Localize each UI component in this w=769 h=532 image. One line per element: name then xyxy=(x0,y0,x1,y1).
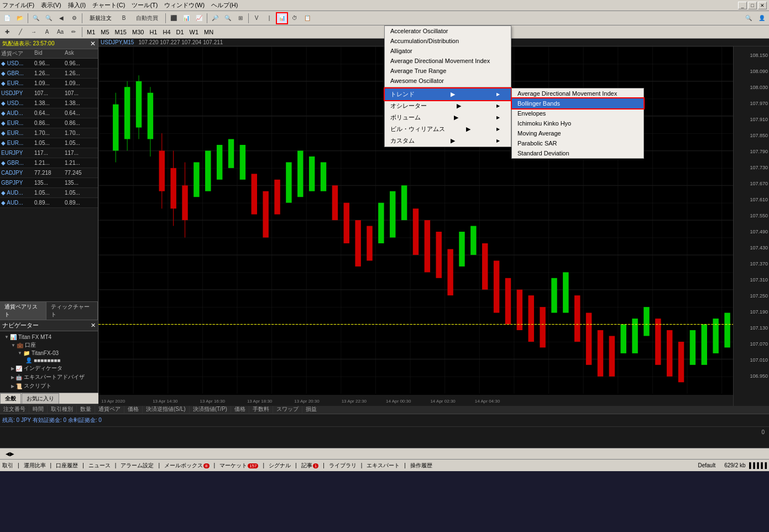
currency-row[interactable]: ◆ EUR... 1.05... 1.05... xyxy=(0,138,98,148)
zoom-in2-btn[interactable]: 🔎 xyxy=(209,12,221,24)
tf-w1[interactable]: W1 xyxy=(187,29,201,35)
tf-m30[interactable]: M30 xyxy=(130,29,146,35)
menu-item-alligator[interactable]: Alligator xyxy=(385,46,511,56)
indicator-btn[interactable]: 📊 xyxy=(276,12,288,24)
new-order-btn[interactable]: 新規注文 xyxy=(84,12,117,24)
text-btn[interactable]: A xyxy=(41,26,53,38)
submenu-ichimoku[interactable]: Ichimoku Kinko Hyo xyxy=(512,118,644,128)
tf-mn[interactable]: MN xyxy=(202,29,216,35)
menu-item-oscillator[interactable]: オシレーター ▶ xyxy=(385,100,511,112)
currency-row[interactable]: ◆ EUR... 0.86... 0.86... xyxy=(0,118,98,128)
line-chart-btn[interactable]: 📈 xyxy=(193,12,205,24)
menu-chart[interactable]: チャート(C) xyxy=(92,1,125,9)
font-btn[interactable]: Aa xyxy=(54,26,66,38)
nav-item[interactable]: ▼📁TitanFX-03 xyxy=(2,350,96,357)
candle-btn[interactable]: 📊 xyxy=(180,12,192,24)
close-button[interactable]: ✕ xyxy=(758,2,767,9)
currency-row[interactable]: USDJPY 107... 107... xyxy=(0,88,98,98)
login-btn[interactable]: 👤 xyxy=(756,12,768,24)
tf-m5[interactable]: M5 xyxy=(98,29,111,35)
zoom-out-button[interactable]: 🔍 xyxy=(43,12,55,24)
nav-tab-news[interactable]: ニュース xyxy=(88,462,111,470)
menu-item-atr[interactable]: Average True Range xyxy=(385,66,511,76)
menu-item-volume[interactable]: ボリューム ▶ xyxy=(385,112,511,123)
submenu-stddev[interactable]: Standard Deviation xyxy=(512,148,644,158)
currency-row[interactable]: ◆ AUD... 0.89... 0.89... xyxy=(0,198,98,208)
currency-row[interactable]: ◆ USD... 0.96... 0.96... xyxy=(0,59,98,69)
currency-row[interactable]: ◆ EUR... 1.70... 1.70... xyxy=(0,128,98,138)
left-sidebar-toggle[interactable]: ◀▶ xyxy=(6,451,14,457)
currency-row[interactable]: EURJPY 117... 117... xyxy=(0,148,98,158)
nav-tab-ophistory[interactable]: 操作履歴 xyxy=(410,462,432,470)
nav-tab-history[interactable]: 口座履歴 xyxy=(56,462,78,470)
nav-item[interactable]: ▼📊Titan FX MT4 xyxy=(2,333,96,341)
panel-close-btn[interactable]: ✕ xyxy=(90,40,96,48)
draw-btn[interactable]: ✏ xyxy=(67,26,80,38)
tab-tick-chart[interactable]: ティックチャート xyxy=(46,302,98,320)
currency-row[interactable]: ◆ GBR... 1.21... 1.21... xyxy=(0,158,98,168)
tf-m15[interactable]: M15 xyxy=(113,29,129,35)
arrow-btn[interactable]: → xyxy=(28,26,40,38)
submenu-parabolic[interactable]: Parabolic SAR xyxy=(512,138,644,148)
menu-view[interactable]: 表示(V) xyxy=(41,1,61,9)
timer-btn[interactable]: ⏱ xyxy=(289,12,301,24)
open-button[interactable]: 📂 xyxy=(14,12,26,24)
nav-tab-signal[interactable]: シグナル xyxy=(269,462,291,470)
buy-btn[interactable]: B xyxy=(118,12,130,24)
nav-item[interactable]: ▶🤖エキスパートアドバイザ xyxy=(2,373,96,382)
submenu-admi[interactable]: Average Directional Movement Index xyxy=(512,88,644,98)
menu-item-admi[interactable]: Average Directional Movement Index xyxy=(385,56,511,66)
auto-trade-btn[interactable]: 自動売買 xyxy=(130,12,164,24)
nav-tab-trade[interactable]: 取引 xyxy=(2,462,13,470)
menu-item-trend[interactable]: トレンド ▶ xyxy=(385,88,511,100)
line-btn[interactable]: ╱ xyxy=(14,26,27,38)
chart-scroll-button[interactable]: ◀ xyxy=(55,12,67,24)
currency-row[interactable]: GBPJPY 135... 135... xyxy=(0,178,98,188)
maximize-button[interactable]: □ xyxy=(748,2,757,9)
template-btn[interactable]: 📋 xyxy=(301,12,313,24)
tab-favorites[interactable]: お気に入り xyxy=(22,393,59,404)
zoom-out2-btn[interactable]: 🔍 xyxy=(222,12,234,24)
menu-help[interactable]: ヘルプ(H) xyxy=(211,1,238,9)
currency-row[interactable]: ◆ AUD... 0.64... 0.64... xyxy=(0,108,98,118)
menu-insert[interactable]: 挿入(I) xyxy=(68,1,86,9)
menu-item-accumulation[interactable]: Accumulation/Distribution xyxy=(385,36,511,46)
nav-item[interactable]: ▶📈インディケータ xyxy=(2,364,96,373)
nav-item[interactable]: ▼💼口座 xyxy=(2,341,96,350)
nav-tab-expert[interactable]: エキスパート xyxy=(367,462,400,470)
submenu-ma[interactable]: Moving Average xyxy=(512,128,644,138)
currency-row[interactable]: CADJPY 77.218 77.245 xyxy=(0,168,98,178)
nav-tab-article[interactable]: 記事1 xyxy=(301,462,318,470)
new-chart-button[interactable]: 📄 xyxy=(1,12,13,24)
menu-item-awesome[interactable]: Awesome Oscillator xyxy=(385,76,511,86)
search-btn[interactable]: 🔍 xyxy=(742,12,755,24)
nav-item[interactable]: ▶📜スクリプト xyxy=(2,382,96,390)
menu-item-accelerator[interactable]: Accelerator Oscillator xyxy=(385,26,511,36)
tf-m1[interactable]: M1 xyxy=(85,29,97,35)
nav-tab-ratio[interactable]: 運用比率 xyxy=(24,462,46,470)
tf-h4[interactable]: H4 xyxy=(160,29,172,35)
currency-row[interactable]: ◆ AUD... 1.05... 1.05... xyxy=(0,188,98,198)
currency-row[interactable]: ◆ GBR... 1.26... 1.26... xyxy=(0,69,98,79)
tab-all[interactable]: 全般 xyxy=(0,393,21,404)
tf-d1[interactable]: D1 xyxy=(174,29,186,35)
crosshair-btn[interactable]: ✚ xyxy=(1,26,13,38)
period-sep-btn[interactable]: | xyxy=(263,12,275,24)
navigator-close-btn[interactable]: ✕ xyxy=(91,322,96,329)
tf-h1[interactable]: H1 xyxy=(147,29,159,35)
nav-tab-market[interactable]: マーケット157 xyxy=(219,462,258,470)
menu-tools[interactable]: ツール(T) xyxy=(132,1,158,9)
menu-file[interactable]: ファイル(F) xyxy=(2,1,34,9)
submenu-bollinger[interactable]: Bollinger Bands xyxy=(512,98,644,108)
properties-button[interactable]: ⚙ xyxy=(68,12,80,24)
nav-item[interactable]: 👤■■■■■■■■ xyxy=(2,357,96,364)
volume-btn[interactable]: V xyxy=(250,12,263,24)
menu-item-custom[interactable]: カスタム ▶ xyxy=(385,135,511,147)
menu-item-williams[interactable]: ビル・ウィリアムス ▶ xyxy=(385,123,511,135)
submenu-envelopes[interactable]: Envelopes xyxy=(512,108,644,118)
tab-currency-list[interactable]: 通貨ペアリスト xyxy=(0,302,46,320)
grid-btn[interactable]: ⊞ xyxy=(234,12,247,24)
bar-chart-btn[interactable]: ⬛ xyxy=(168,12,180,24)
nav-tab-alarm[interactable]: アラーム設定 xyxy=(121,462,154,470)
zoom-in-button[interactable]: 🔍 xyxy=(30,12,42,24)
